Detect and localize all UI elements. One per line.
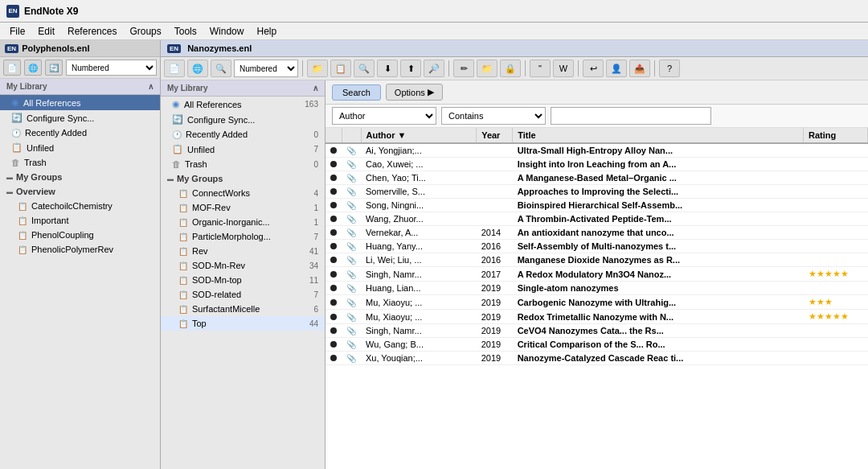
nano-btn3[interactable]: 📋 xyxy=(330,60,351,77)
left-item-catecholic[interactable]: 📋 CatechoilcChemistry xyxy=(0,199,160,213)
row-year: 2016 xyxy=(477,240,513,253)
nano-group-sod-mn-top[interactable]: 📋 SOD-Mn-top 11 xyxy=(161,273,325,287)
options-button[interactable]: Options ▶ xyxy=(386,84,443,101)
nano-btn13[interactable]: ↩ xyxy=(583,60,604,77)
nano-btn9[interactable]: 📁 xyxy=(477,60,497,77)
col-rating[interactable]: Rating xyxy=(804,128,868,143)
nano-group-top[interactable]: 📋 Top 44 xyxy=(161,316,325,331)
row-title: A Redox Modulatory Mn3O4 Nanoz... xyxy=(513,267,804,282)
menu-groups[interactable]: Groups xyxy=(123,24,167,39)
nano-group-mof-rev[interactable]: 📋 MOF-Rev 1 xyxy=(161,200,325,215)
menu-file[interactable]: File xyxy=(3,24,31,39)
nano-sidebar: My Library ∧ ◉ All References 163 🔄 Conf… xyxy=(161,80,326,469)
left-item-sync[interactable]: 🔄 Configure Sync... xyxy=(0,110,160,125)
nano-btn11[interactable]: " xyxy=(530,60,551,77)
left-library-toggle[interactable]: ∧ xyxy=(148,82,154,91)
row-year: 2019 xyxy=(477,282,513,295)
nano-group-sod-related[interactable]: 📋 SOD-related 7 xyxy=(161,287,325,302)
row-clip: 📎 xyxy=(342,253,361,267)
menu-references[interactable]: References xyxy=(61,24,123,39)
nano-new-btn[interactable]: 📄 xyxy=(164,60,185,77)
left-style-dropdown[interactable]: Numbered APA xyxy=(66,60,157,76)
left-item-trash[interactable]: 🗑 Trash xyxy=(0,155,160,170)
menu-tools[interactable]: Tools xyxy=(168,24,203,39)
table-row[interactable]: 📎Singh, Namr...2017A Redox Modulatory Mn… xyxy=(326,267,868,282)
table-row[interactable]: 📎Wu, Gang; B...2019Critical Comparison o… xyxy=(326,338,868,352)
left-item-phenolcoupling[interactable]: 📋 PhenolCoupling xyxy=(0,228,160,242)
left-overview-header[interactable]: ▬ Overview xyxy=(0,184,160,199)
row-rating: ★★★ xyxy=(804,295,868,310)
table-row[interactable]: 📎Cao, Xuwei; ...Insight into Iron Leachi… xyxy=(326,158,868,171)
nano-btn12[interactable]: W xyxy=(553,60,574,77)
nano-item-sync[interactable]: 🔄 Configure Sync... xyxy=(161,112,325,127)
group-item-label: SOD-Mn-top xyxy=(192,275,242,285)
table-row[interactable]: 📎Song, Ningni...Bioinspired Hierarchical… xyxy=(326,199,868,212)
left-item-label: Unfiled xyxy=(27,143,54,153)
nano-btn10[interactable]: 🔒 xyxy=(500,60,521,77)
nano-item-trash[interactable]: 🗑 Trash 0 xyxy=(161,157,325,171)
row-dot xyxy=(326,352,342,365)
nano-library-label: My Library xyxy=(167,84,208,93)
nano-btn5[interactable]: ⬇ xyxy=(377,60,398,77)
table-row[interactable]: 📎Singh, Namr...2019CeVO4 Nanozymes Cata.… xyxy=(326,324,868,338)
left-my-groups-header[interactable]: ▬ My Groups xyxy=(0,170,160,184)
nano-btn8[interactable]: ✏ xyxy=(453,60,474,77)
left-item-phenolicpolymer[interactable]: 📋 PhenolicPolymerRev xyxy=(0,242,160,257)
nano-item-unfiled[interactable]: 📋 Unfiled 7 xyxy=(161,142,325,157)
nano-item-recent[interactable]: 🕐 Recently Added 0 xyxy=(161,127,325,142)
nano-btn4[interactable]: 🔍 xyxy=(354,60,375,77)
nano-library-toggle[interactable]: ∧ xyxy=(313,84,318,93)
nano-style-dropdown[interactable]: Numbered xyxy=(234,60,298,77)
filter-condition-dropdown[interactable]: Contains Does not contain Is xyxy=(441,107,546,125)
nano-group-organic[interactable]: 📋 Organic-Inorganic... 1 xyxy=(161,215,325,229)
nano-ref-btn[interactable]: 🔍 xyxy=(211,60,231,77)
row-rating: ★★★★★ xyxy=(804,267,868,282)
nano-sync-icon: 🔄 xyxy=(172,114,183,125)
nano-group-particle[interactable]: 📋 ParticleMorpholog... 7 xyxy=(161,229,325,244)
nano-help-btn[interactable]: ? xyxy=(659,60,680,77)
nano-btn2[interactable]: 📁 xyxy=(307,60,328,77)
nano-group-sod-mn-rev[interactable]: 📋 SOD-Mn-Rev 34 xyxy=(161,258,325,273)
nano-my-groups-header[interactable]: ▬ My Groups xyxy=(161,171,325,186)
table-row[interactable]: 📎Ai, Yongjian;...Ultra-Small High-Entrop… xyxy=(326,143,868,158)
nano-item-all-refs[interactable]: ◉ All References 163 xyxy=(161,97,325,112)
nano-item-label: Unfiled xyxy=(187,145,215,154)
col-title[interactable]: Title xyxy=(513,128,804,143)
table-row[interactable]: 📎Li, Wei; Liu, ...2016Manganese Dioxide … xyxy=(326,253,868,267)
nano-web-btn[interactable]: 🌐 xyxy=(187,60,208,77)
nano-btn7[interactable]: 🔎 xyxy=(424,60,444,77)
table-row[interactable]: 📎Huang, Yany...2016Self-Assembly of Mult… xyxy=(326,240,868,253)
nano-btn14[interactable]: 👤 xyxy=(606,60,627,77)
menu-bar: File Edit References Groups Tools Window… xyxy=(0,23,868,40)
menu-help[interactable]: Help xyxy=(250,24,283,39)
table-row[interactable]: 📎Wang, Zhuor...A Thrombin-Activated Pept… xyxy=(326,212,868,226)
nano-group-rev[interactable]: 📋 Rev 41 xyxy=(161,244,325,258)
col-author[interactable]: Author ▼ xyxy=(361,128,477,143)
filter-field-dropdown[interactable]: Author Title Year Journal xyxy=(332,107,436,125)
table-row[interactable]: 📎Vernekar, A...2014An antioxidant nanozy… xyxy=(326,226,868,240)
table-row[interactable]: 📎Huang, Lian...2019Single-atom nanozymes xyxy=(326,282,868,295)
left-web-btn[interactable]: 🌐 xyxy=(24,60,42,76)
table-row[interactable]: 📎Xu, Youqian;...2019Nanozyme-Catalyzed C… xyxy=(326,352,868,365)
left-item-unfiled[interactable]: 📋 Unfiled xyxy=(0,140,160,155)
group-item-icon: 📋 xyxy=(178,276,188,285)
nano-group-connectworks[interactable]: 📋 ConnectWorks 4 xyxy=(161,186,325,200)
table-row[interactable]: 📎Somerville, S...Approaches to Improving… xyxy=(326,185,868,199)
row-rating xyxy=(804,171,868,185)
filter-query-input[interactable] xyxy=(551,107,711,125)
nano-btn15[interactable]: 📤 xyxy=(629,60,650,77)
nano-group-surfactant[interactable]: 📋 SurfactantMicelle 6 xyxy=(161,302,325,316)
nano-btn6[interactable]: ⬆ xyxy=(400,60,421,77)
menu-edit[interactable]: Edit xyxy=(31,24,61,39)
search-button[interactable]: Search xyxy=(332,84,381,101)
left-item-all-refs[interactable]: ◉ All References xyxy=(0,95,160,110)
left-item-important[interactable]: 📋 Important xyxy=(0,213,160,228)
table-row[interactable]: 📎Mu, Xiaoyu; ...2019Redox Trimetallic Na… xyxy=(326,310,868,324)
left-sync-btn[interactable]: 🔄 xyxy=(45,60,63,76)
col-year[interactable]: Year xyxy=(477,128,513,143)
left-new-btn[interactable]: 📄 xyxy=(3,60,21,76)
left-item-recent[interactable]: 🕐 Recently Added xyxy=(0,125,160,140)
table-row[interactable]: 📎Mu, Xiaoyu; ...2019Carbogenic Nanozyme … xyxy=(326,295,868,310)
table-row[interactable]: 📎Chen, Yao; Ti...A Manganese-Based Metal… xyxy=(326,171,868,185)
menu-window[interactable]: Window xyxy=(203,24,251,39)
